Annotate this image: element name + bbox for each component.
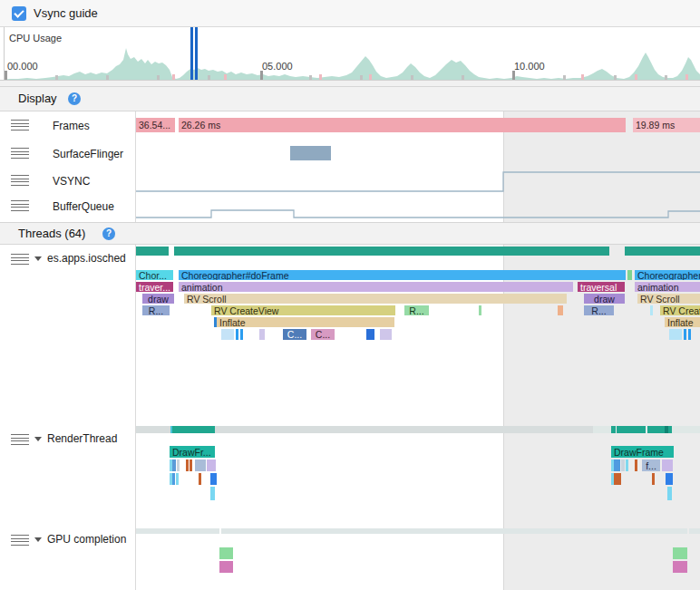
thread-expander-icon[interactable] — [34, 437, 42, 441]
trace-segment[interactable] — [650, 305, 653, 315]
trace-segment[interactable]: animation — [635, 282, 700, 292]
trace-segment[interactable] — [195, 459, 206, 471]
axis-major-tick[interactable] — [260, 71, 263, 80]
trace-segment[interactable] — [199, 473, 201, 485]
trace-segment[interactable]: draw — [142, 294, 174, 304]
trace-segment[interactable]: DrawFrame — [611, 446, 674, 458]
trace-segment[interactable] — [236, 329, 238, 340]
trace-segment[interactable]: Chor... — [136, 270, 173, 280]
trace-segment[interactable]: RV Scroll — [637, 294, 700, 304]
trace-segment[interactable]: Choreographer#doFrame — [179, 270, 626, 280]
gpu-completion-segment[interactable] — [219, 547, 233, 559]
renderthread-trace-row[interactable]: DrawFr...DrawFrame — [0, 446, 700, 458]
renderthread-trace-row[interactable] — [0, 487, 700, 500]
track-handle-icon[interactable] — [11, 200, 29, 211]
thread-state-segment[interactable] — [689, 528, 700, 534]
trace-segment[interactable] — [190, 459, 192, 471]
trace-segment[interactable] — [626, 459, 628, 471]
iosched-trace-row[interactable]: C...C... — [0, 329, 700, 340]
frame-duration-segment[interactable]: 26.26 ms — [179, 118, 626, 132]
track-handle-icon[interactable] — [11, 175, 29, 186]
trace-segment[interactable]: RV CreateView — [660, 305, 700, 315]
iosched-trace-row[interactable]: R...RV CreateViewR...R...RV CreateView — [0, 305, 700, 315]
gpu-completion-segment[interactable] — [673, 547, 687, 559]
iosched-trace-row[interactable]: traver...animationtraversalanimation — [0, 282, 700, 292]
gpu-completion-segment[interactable] — [673, 561, 687, 573]
gpu-trace-row[interactable] — [0, 561, 700, 573]
trace-segment[interactable] — [684, 329, 686, 340]
iosched-trace-row[interactable]: drawRV ScrolldrawRV Scroll — [0, 294, 700, 304]
vsync-guide-checkbox[interactable] — [12, 6, 26, 21]
thread-state-segment[interactable] — [136, 426, 170, 433]
trace-segment[interactable]: f... — [642, 459, 660, 471]
gpu-completion-segment[interactable] — [219, 561, 233, 573]
trace-segment[interactable]: Inflate — [217, 317, 394, 327]
thread-expander-icon[interactable] — [34, 256, 42, 261]
trace-segment[interactable] — [186, 459, 189, 471]
renderthread-trace-row[interactable]: f... — [0, 459, 700, 471]
track-handle-icon[interactable] — [11, 254, 29, 265]
track-handle-icon[interactable] — [11, 120, 29, 131]
thread-state-segment[interactable] — [593, 426, 611, 433]
trace-segment[interactable]: RV CreateView — [211, 305, 395, 315]
trace-segment[interactable]: DrawFr... — [170, 446, 215, 458]
trace-segment[interactable] — [635, 459, 637, 471]
axis-major-tick[interactable] — [5, 71, 7, 80]
trace-segment[interactable] — [479, 305, 481, 315]
trace-segment[interactable]: traver... — [136, 282, 173, 292]
thread-state-segment[interactable] — [172, 426, 215, 433]
trace-segment[interactable]: animation — [179, 282, 573, 292]
thread-state-segment[interactable] — [647, 426, 665, 433]
gpu-trace-row[interactable] — [0, 547, 700, 559]
thread-state-segment[interactable] — [611, 426, 616, 433]
thread-state-segment[interactable] — [136, 528, 219, 534]
trace-segment[interactable]: C... — [311, 329, 335, 340]
track-handle-icon[interactable] — [11, 148, 29, 159]
thread-state-segment[interactable] — [221, 528, 687, 534]
trace-segment[interactable] — [172, 459, 176, 471]
trace-segment[interactable]: Inflate — [665, 317, 700, 327]
trace-segment[interactable]: C... — [283, 329, 306, 340]
display-section-header[interactable]: Display ? — [0, 86, 700, 111]
thread-state-segment[interactable] — [617, 426, 646, 433]
surfaceflinger-segment[interactable] — [290, 146, 331, 160]
trace-segment[interactable]: traversal — [578, 282, 625, 292]
selection-edge[interactable] — [503, 111, 504, 590]
thread-state-segment[interactable] — [174, 247, 609, 256]
trace-segment[interactable]: R... — [404, 305, 429, 315]
thread-state-segment[interactable] — [625, 247, 700, 256]
trace-segment[interactable] — [172, 473, 175, 485]
thread-expander-icon[interactable] — [34, 537, 42, 542]
trace-segment[interactable] — [207, 459, 216, 471]
frames-track[interactable]: 36.54...26.26 ms19.89 ms — [0, 118, 700, 132]
track-handle-icon[interactable] — [11, 434, 29, 445]
trace-segment[interactable]: Choreographer#doFrame — [635, 270, 700, 280]
iosched-trace-row[interactable]: Chor...Choreographer#doFrameChoreographe… — [0, 270, 700, 280]
help-icon[interactable]: ? — [68, 92, 81, 105]
axis-major-tick[interactable] — [512, 71, 515, 80]
trace-segment[interactable] — [558, 305, 563, 315]
trace-segment[interactable] — [240, 329, 243, 340]
trace-segment[interactable] — [662, 459, 673, 471]
trace-segment[interactable]: R... — [142, 305, 170, 315]
trace-segment[interactable] — [614, 459, 620, 471]
iosched-trace-row[interactable]: InflateInflate — [0, 317, 700, 327]
trace-segment[interactable]: R... — [584, 305, 614, 315]
renderthread-trace-row[interactable] — [0, 473, 700, 485]
trace-segment[interactable] — [210, 487, 215, 500]
trace-segment[interactable]: RV Scroll — [184, 294, 567, 304]
trace-segment[interactable] — [627, 270, 632, 280]
trace-segment[interactable] — [259, 329, 265, 340]
trace-segment[interactable] — [221, 329, 234, 340]
trace-segment[interactable] — [688, 329, 691, 340]
help-icon[interactable]: ? — [102, 227, 115, 240]
thread-state-segment[interactable] — [672, 426, 700, 433]
trace-segment[interactable] — [666, 473, 673, 485]
column-divider[interactable] — [135, 111, 136, 590]
trace-segment[interactable]: draw — [584, 294, 625, 304]
trace-segment[interactable] — [621, 459, 625, 471]
thread-state-segment[interactable] — [136, 247, 169, 256]
thread-state-segment[interactable] — [215, 426, 593, 433]
frame-duration-segment[interactable]: 19.89 ms — [633, 118, 700, 132]
trace-segment[interactable] — [667, 487, 672, 500]
